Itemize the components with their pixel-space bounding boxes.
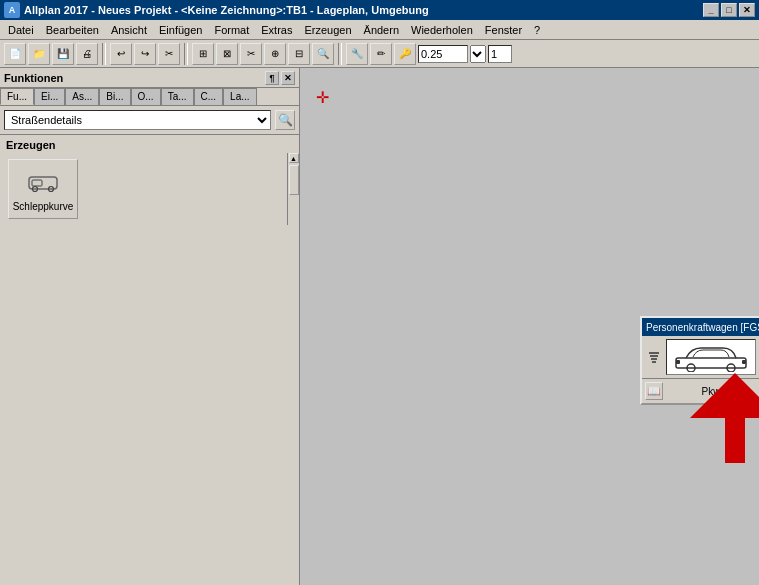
category-search-button[interactable]: 🔍	[275, 110, 295, 130]
main-area: ✛ Personenkraftwagen [FGSV-Nr.283, ... ✕	[300, 68, 759, 585]
tab-bi[interactable]: Bi...	[99, 88, 130, 105]
panel-close-button[interactable]: ✕	[281, 71, 295, 85]
filter-icon-btn[interactable]	[645, 339, 663, 375]
tab-as[interactable]: As...	[65, 88, 99, 105]
menu-format[interactable]: Format	[208, 22, 255, 38]
car-panel-title-bar: Personenkraftwagen [FGSV-Nr.283, ... ✕	[642, 318, 759, 336]
category-dropdown-row: Straßendetails 🔍	[0, 106, 299, 135]
toolbar-btn-save[interactable]: 💾	[52, 43, 74, 65]
erzeugen-label: Erzeugen	[0, 135, 299, 153]
zoom-dropdown[interactable]: ▼	[470, 45, 486, 63]
menu-fenster[interactable]: Fenster	[479, 22, 528, 38]
tab-la[interactable]: La...	[223, 88, 256, 105]
toolbar-btn-13[interactable]: 🔍	[312, 43, 334, 65]
menu-erzeugen[interactable]: Erzeugen	[298, 22, 357, 38]
toolbar-btn-5[interactable]: ↩	[110, 43, 132, 65]
svg-marker-14	[690, 373, 759, 418]
toolbar-sep-3	[338, 43, 342, 65]
scrollbar-up[interactable]: ▲	[289, 153, 299, 163]
svg-rect-15	[728, 421, 742, 463]
schleppkurve-label: Schleppkurve	[13, 201, 74, 212]
scrollbar-thumb[interactable]	[289, 165, 299, 195]
tab-ta[interactable]: Ta...	[161, 88, 194, 105]
toolbar-btn-9[interactable]: ⊠	[216, 43, 238, 65]
tab-funktionen[interactable]: Fu...	[0, 88, 34, 105]
panel-scrollbar[interactable]: ▲	[287, 153, 299, 225]
toolbar: 📄 📁 💾 🖨 ↩ ↪ ✂ ⊞ ⊠ ✂ ⊕ ⊟ 🔍 🔧 ✏ 🔑 ▼	[0, 40, 759, 68]
tab-c[interactable]: C...	[194, 88, 224, 105]
toolbar-btn-12[interactable]: ⊟	[288, 43, 310, 65]
toolbar-btn-10[interactable]: ✂	[240, 43, 262, 65]
page-input[interactable]	[488, 45, 512, 63]
toolbar-btn-4[interactable]: 🖨	[76, 43, 98, 65]
car-panel-title-text: Personenkraftwagen [FGSV-Nr.283, ...	[646, 322, 759, 333]
toolbar-btn-14[interactable]: 🔧	[346, 43, 368, 65]
menu-extras[interactable]: Extras	[255, 22, 298, 38]
red-arrow	[690, 373, 759, 476]
zoom-input[interactable]	[418, 45, 468, 63]
toolbar-btn-16[interactable]: 🔑	[394, 43, 416, 65]
menu-bearbeiten[interactable]: Bearbeiten	[40, 22, 105, 38]
category-dropdown[interactable]: Straßendetails	[4, 110, 271, 130]
car-image-area	[666, 339, 756, 375]
cursor-cross-icon: ✛	[316, 88, 329, 107]
toolbar-btn-open[interactable]: 📁	[28, 43, 50, 65]
panel-title-controls: ¶ ✕	[265, 71, 295, 85]
toolbar-sep-1	[102, 43, 106, 65]
maximize-button[interactable]: □	[721, 3, 737, 17]
toolbar-btn-6[interactable]: ↪	[134, 43, 156, 65]
panel-title-bar: Funktionen ¶ ✕	[0, 68, 299, 88]
svg-rect-12	[742, 360, 746, 364]
toolbar-btn-11[interactable]: ⊕	[264, 43, 286, 65]
menu-help[interactable]: ?	[528, 22, 546, 38]
tabs-row: Fu... Ei... As... Bi... O... Ta... C... …	[0, 88, 299, 106]
toolbar-sep-2	[184, 43, 188, 65]
erzeugen-content: Schleppkurve	[4, 155, 82, 223]
menu-aendern[interactable]: Ändern	[358, 22, 405, 38]
tab-o[interactable]: O...	[131, 88, 161, 105]
schleppkurve-button[interactable]: Schleppkurve	[8, 159, 78, 219]
menu-wiederholen[interactable]: Wiederholen	[405, 22, 479, 38]
app-icon: A	[4, 2, 20, 18]
close-button[interactable]: ✕	[739, 3, 755, 17]
menu-einfuegen[interactable]: Einfügen	[153, 22, 208, 38]
left-panel: Funktionen ¶ ✕ Fu... Ei... As... Bi... O…	[0, 68, 300, 585]
title-bar: A Allplan 2017 - Neues Projekt - <Keine …	[0, 0, 759, 20]
toolbar-btn-new[interactable]: 📄	[4, 43, 26, 65]
menu-datei[interactable]: Datei	[2, 22, 40, 38]
tab-ei[interactable]: Ei...	[34, 88, 65, 105]
title-bar-controls: _ □ ✕	[703, 3, 755, 17]
menu-bar: Datei Bearbeiten Ansicht Einfügen Format…	[0, 20, 759, 40]
menu-ansicht[interactable]: Ansicht	[105, 22, 153, 38]
svg-rect-1	[32, 180, 42, 186]
toolbar-btn-8[interactable]: ⊞	[192, 43, 214, 65]
panel-pin-button[interactable]: ¶	[265, 71, 279, 85]
minimize-button[interactable]: _	[703, 3, 719, 17]
book-icon-button[interactable]: 📖	[645, 382, 663, 400]
panel-title: Funktionen	[4, 72, 63, 84]
toolbar-btn-15[interactable]: ✏	[370, 43, 392, 65]
schleppkurve-icon	[27, 167, 59, 199]
toolbar-btn-7[interactable]: ✂	[158, 43, 180, 65]
main-layout: Funktionen ¶ ✕ Fu... Ei... As... Bi... O…	[0, 68, 759, 585]
window-title: Allplan 2017 - Neues Projekt - <Keine Ze…	[24, 4, 429, 16]
svg-rect-11	[676, 360, 680, 364]
